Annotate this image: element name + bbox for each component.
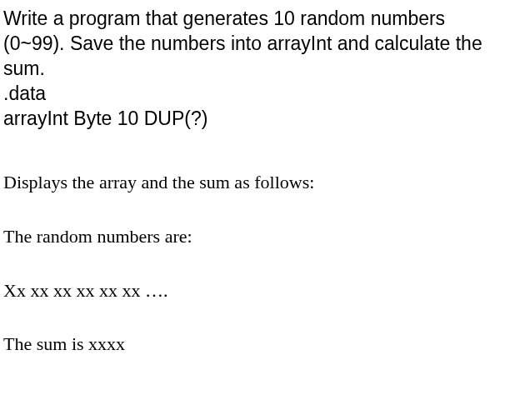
numbers-label: The random numbers are: (3, 225, 502, 249)
problem-description: Write a program that generates 10 random… (3, 7, 502, 82)
output-heading: Displays the array and the sum as follow… (3, 171, 502, 195)
data-section-label: .data (3, 82, 502, 107)
problem-statement: Write a program that generates 10 random… (3, 7, 502, 131)
array-declaration: arrayInt Byte 10 DUP(?) (3, 107, 502, 132)
numbers-placeholder: Xx xx xx xx xx xx …. (3, 279, 502, 303)
expected-output: Displays the array and the sum as follow… (3, 171, 502, 356)
sum-label: The sum is xxxx (3, 332, 502, 357)
